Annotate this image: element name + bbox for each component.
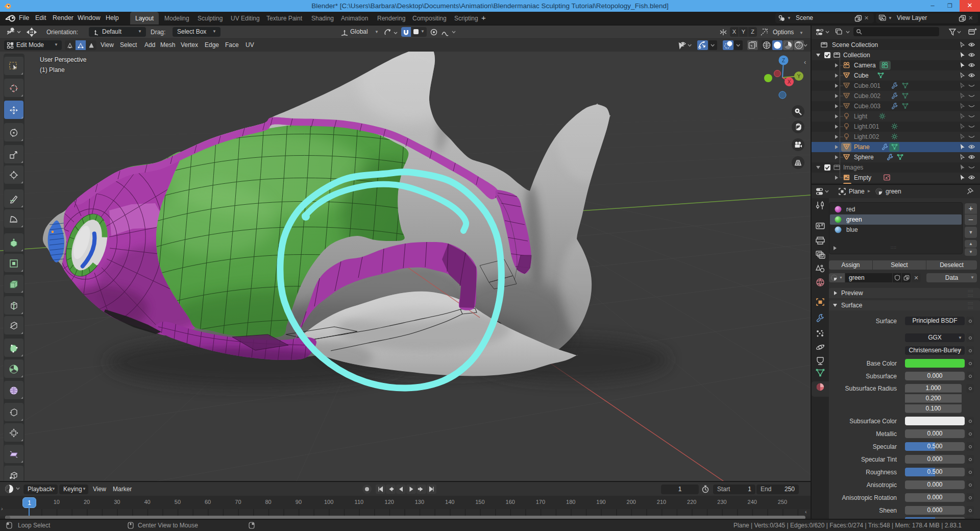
svg-text:Z: Z	[782, 58, 785, 63]
svg-text:X: X	[788, 79, 791, 85]
svg-text:Y: Y	[797, 74, 801, 79]
